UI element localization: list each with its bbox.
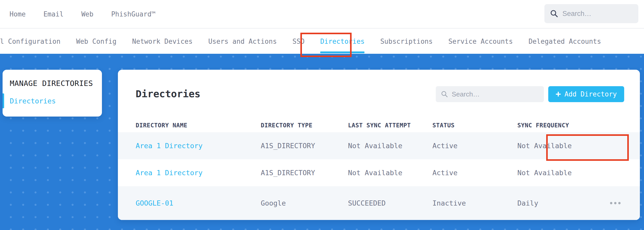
secondary-nav: l Configuration Web Config Network Devic… bbox=[0, 29, 644, 54]
status-cell: Inactive bbox=[432, 199, 517, 207]
tab-delegated-accounts[interactable]: Delegated Accounts bbox=[528, 29, 601, 54]
directory-type-cell: A1S_DIRECTORY bbox=[261, 142, 348, 150]
table-row[interactable]: Area 1 Directory A1S_DIRECTORY Not Avail… bbox=[118, 159, 640, 186]
global-search[interactable] bbox=[544, 4, 638, 23]
directory-type-cell: Google bbox=[261, 199, 348, 207]
directory-name-link[interactable]: Area 1 Directory bbox=[136, 142, 261, 150]
table-row[interactable]: Area 1 Directory A1S_DIRECTORY Not Avail… bbox=[118, 132, 640, 159]
status-cell: Active bbox=[432, 142, 517, 150]
add-directory-label: Add Directory bbox=[564, 90, 617, 98]
active-tab-underline bbox=[320, 51, 364, 53]
sync-frequency-cell: Not Available bbox=[517, 142, 610, 150]
sidebar-item-directories[interactable]: Directories bbox=[10, 97, 56, 105]
column-header-directory-type: DIRECTORY TYPE bbox=[261, 122, 348, 129]
nav-item-home[interactable]: Home bbox=[10, 10, 26, 18]
directories-search[interactable] bbox=[436, 86, 544, 102]
column-header-sync-frequency: SYNC FREQUENCY bbox=[517, 122, 610, 129]
last-sync-cell: Not Available bbox=[348, 169, 432, 177]
directories-panel: Directories + Add Directory DIRECTORY NA… bbox=[118, 70, 640, 220]
directory-type-cell: A1S_DIRECTORY bbox=[261, 169, 348, 177]
nav-item-email[interactable]: Email bbox=[43, 10, 64, 18]
directory-name-link[interactable]: GOOGLE-01 bbox=[136, 199, 261, 207]
tab-sso[interactable]: SSO bbox=[292, 29, 304, 54]
status-cell: Active bbox=[432, 169, 517, 177]
column-header-status: STATUS bbox=[432, 122, 517, 129]
tab-directories[interactable]: Directories bbox=[320, 29, 364, 54]
app-window: Home Email Web PhishGuard™ l Configurati… bbox=[0, 0, 644, 230]
tab-email-configuration[interactable]: l Configuration bbox=[0, 29, 60, 54]
tab-service-accounts[interactable]: Service Accounts bbox=[448, 29, 513, 54]
workspace-background: MANAGE DIRECTORIES Directories Directori… bbox=[0, 54, 644, 230]
last-sync-cell: SUCCEEDED bbox=[348, 199, 432, 207]
column-header-last-sync-attempt: LAST SYNC ATTEMPT bbox=[348, 122, 432, 129]
tab-users-and-actions[interactable]: Users and Actions bbox=[208, 29, 277, 54]
nav-item-phishguard[interactable]: PhishGuard™ bbox=[111, 10, 155, 18]
add-directory-button[interactable]: + Add Directory bbox=[548, 86, 624, 102]
tab-web-config[interactable]: Web Config bbox=[76, 29, 117, 54]
column-header-directory-name: DIRECTORY NAME bbox=[136, 122, 261, 129]
plus-icon: + bbox=[556, 90, 561, 98]
directories-search-input[interactable] bbox=[452, 90, 539, 98]
active-item-indicator bbox=[3, 93, 4, 108]
last-sync-cell: Not Available bbox=[348, 142, 432, 150]
row-actions-menu-icon[interactable] bbox=[610, 199, 630, 207]
sync-frequency-cell: Daily bbox=[517, 199, 610, 207]
tab-network-devices[interactable]: Network Devices bbox=[132, 29, 193, 54]
search-icon bbox=[441, 91, 448, 98]
sidebar-title: MANAGE DIRECTORIES bbox=[10, 79, 93, 88]
global-search-input[interactable] bbox=[562, 10, 644, 18]
sync-frequency-cell: Not Available bbox=[517, 169, 610, 177]
table-header-row: DIRECTORY NAME DIRECTORY TYPE LAST SYNC … bbox=[118, 118, 640, 132]
tab-subscriptions[interactable]: Subscriptions bbox=[380, 29, 433, 54]
directory-name-link[interactable]: Area 1 Directory bbox=[136, 169, 261, 177]
directories-table: DIRECTORY NAME DIRECTORY TYPE LAST SYNC … bbox=[118, 118, 640, 220]
page-title: Directories bbox=[136, 88, 201, 100]
manage-directories-card: MANAGE DIRECTORIES Directories bbox=[3, 70, 102, 117]
table-row[interactable]: GOOGLE-01 Google SUCCEEDED Inactive Dail… bbox=[118, 186, 640, 220]
search-icon bbox=[550, 10, 558, 18]
nav-item-web[interactable]: Web bbox=[81, 10, 93, 18]
